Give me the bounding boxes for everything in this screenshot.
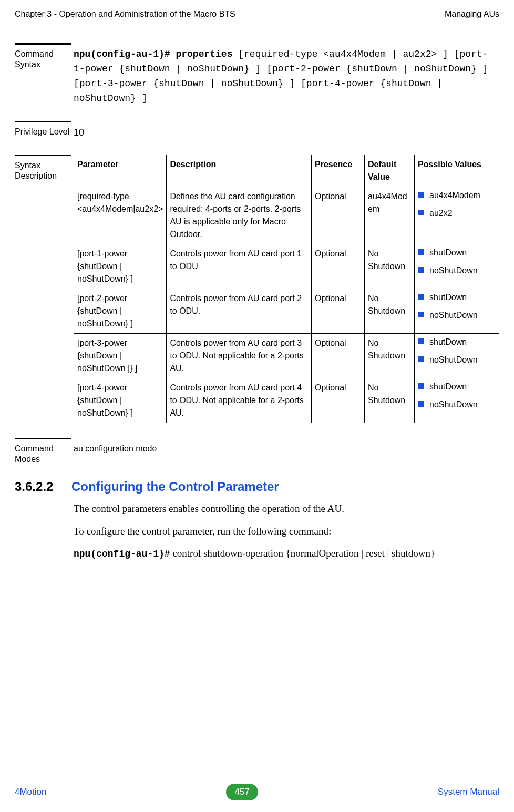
section-number: 3.6.2.2	[15, 479, 71, 494]
list-item: au2x2	[418, 208, 496, 218]
command-modes-label: Command Modes	[15, 438, 71, 465]
command-line: npu(config-au-1)# control shutdown-opera…	[74, 546, 499, 562]
table-row: [port-2-power {shutDown | noShutDown} ] …	[74, 289, 499, 334]
cell-param: [port-4-power {shutDown | noShutDown} ]	[74, 378, 167, 423]
table-row: [required-type <au4x4Modem|au2x2> Define…	[74, 187, 499, 244]
body-paragraph: To configure the control parameter, run …	[74, 524, 499, 539]
command-syntax-label: Command Syntax	[15, 43, 71, 70]
table-row: [port-3-power {shutDown | noShutDown |} …	[74, 334, 499, 378]
table-header-row: Parameter Description Presence Default V…	[74, 155, 499, 187]
syntax-description-label: Syntax Description	[15, 155, 71, 181]
cell-presence: Optional	[312, 289, 365, 334]
th-default: Default Value	[365, 155, 415, 187]
cell-default: No Shutdown	[365, 378, 415, 423]
section-title: Configuring the Control Parameter	[71, 479, 279, 494]
list-item: au4x4Modem	[418, 190, 496, 200]
cell-default: No Shutdown	[365, 244, 415, 289]
privilege-level-block: Privilege Level 10	[15, 121, 499, 140]
cell-possible: shutDown noShutDown	[415, 378, 499, 423]
th-possible: Possible Values	[415, 155, 499, 187]
cell-param: [port-1-power {shutDown | noShutDown} ]	[74, 244, 167, 289]
cell-default: No Shutdown	[365, 334, 415, 378]
command-syntax-body: npu(config-au-1)# properties [required-t…	[71, 43, 499, 106]
command-rest: control shutdown-operation {normalOperat…	[170, 548, 435, 559]
header-right: Managing AUs	[445, 9, 499, 19]
body-paragraph: The control parameters enables controlli…	[74, 501, 499, 517]
page-content: Command Syntax npu(config-au-1)# propert…	[0, 22, 514, 562]
cell-desc: Defines the AU card configuration requir…	[167, 187, 312, 244]
footer-right: System Manual	[438, 787, 499, 797]
list-item: noShutDown	[418, 310, 496, 320]
command-modes-block: Command Modes au configuration mode	[15, 438, 499, 465]
command-syntax-bold: npu(config-au-1)# properties	[74, 49, 232, 59]
page-number-badge: 457	[226, 784, 258, 800]
header-left: Chapter 3 - Operation and Administration…	[15, 9, 235, 19]
privilege-level-label: Privilege Level	[15, 121, 71, 137]
command-syntax-block: Command Syntax npu(config-au-1)# propert…	[15, 43, 499, 106]
syntax-description-body: Parameter Description Presence Default V…	[71, 155, 499, 423]
list-item: noShutDown	[418, 355, 496, 365]
syntax-description-block: Syntax Description Parameter Description…	[15, 155, 499, 423]
cell-desc: Controls power from AU card port 3 to OD…	[167, 334, 312, 378]
footer-left: 4Motion	[15, 787, 46, 797]
cell-possible: shutDown noShutDown	[415, 244, 499, 289]
command-bold: npu(config-au-1)#	[74, 549, 170, 559]
cell-default: No Shutdown	[365, 289, 415, 334]
list-item: noShutDown	[418, 399, 496, 409]
cell-presence: Optional	[312, 334, 365, 378]
th-presence: Presence	[312, 155, 365, 187]
cell-param: [port-2-power {shutDown | noShutDown} ]	[74, 289, 167, 334]
cell-presence: Optional	[312, 187, 365, 244]
list-item: shutDown	[418, 337, 496, 347]
th-parameter: Parameter	[74, 155, 167, 187]
cell-presence: Optional	[312, 244, 365, 289]
list-item: shutDown	[418, 292, 496, 302]
cell-possible: shutDown noShutDown	[415, 289, 499, 334]
list-item: shutDown	[418, 248, 496, 258]
cell-desc: Controls power from AU card port 1 to OD…	[167, 244, 312, 289]
list-item: shutDown	[418, 382, 496, 392]
list-item: noShutDown	[418, 265, 496, 275]
page-footer: 4Motion 457 System Manual	[15, 784, 499, 800]
cell-param: [required-type <au4x4Modem|au2x2>	[74, 187, 167, 244]
cell-param: [port-3-power {shutDown | noShutDown |} …	[74, 334, 167, 378]
table-row: [port-1-power {shutDown | noShutDown} ] …	[74, 244, 499, 289]
parameters-table: Parameter Description Presence Default V…	[74, 155, 499, 423]
command-modes-value: au configuration mode	[71, 438, 499, 456]
page-header: Chapter 3 - Operation and Administration…	[0, 0, 514, 22]
cell-possible: au4x4Modem au2x2	[415, 187, 499, 244]
cell-desc: Controls power from AU card port 2 to OD…	[167, 289, 312, 334]
th-description: Description	[167, 155, 312, 187]
cell-default: au4x4Modem	[365, 187, 415, 244]
privilege-level-value: 10	[71, 121, 499, 140]
section-heading: 3.6.2.2 Configuring the Control Paramete…	[15, 479, 499, 494]
table-row: [port-4-power {shutDown | noShutDown} ] …	[74, 378, 499, 423]
cell-presence: Optional	[312, 378, 365, 423]
cell-desc: Controls power from AU card port 4 to OD…	[167, 378, 312, 423]
cell-possible: shutDown noShutDown	[415, 334, 499, 378]
